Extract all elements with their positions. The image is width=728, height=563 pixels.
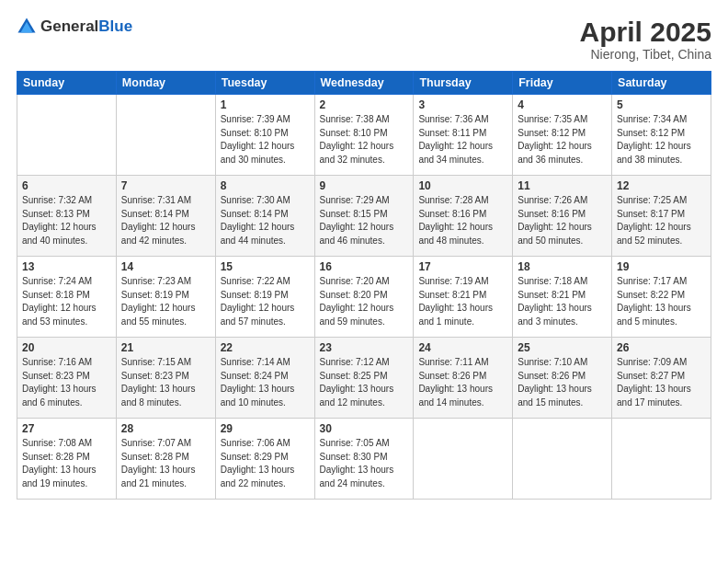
day-number: 2 (320, 98, 409, 111)
day-info: Sunrise: 7:22 AM Sunset: 8:19 PM Dayligh… (221, 275, 310, 328)
week-row-0: 1Sunrise: 7:39 AM Sunset: 8:10 PM Daylig… (17, 95, 711, 176)
day-cell-27: 27Sunrise: 7:08 AM Sunset: 8:28 PM Dayli… (17, 419, 117, 500)
day-number: 25 (518, 341, 607, 354)
day-header-friday: Friday (513, 72, 612, 95)
day-info: Sunrise: 7:29 AM Sunset: 8:15 PM Dayligh… (320, 194, 409, 247)
day-info: Sunrise: 7:20 AM Sunset: 8:20 PM Dayligh… (320, 275, 409, 328)
day-cell-4: 4Sunrise: 7:35 AM Sunset: 8:12 PM Daylig… (513, 95, 612, 176)
day-number: 29 (221, 422, 310, 435)
day-info: Sunrise: 7:19 AM Sunset: 8:21 PM Dayligh… (418, 275, 507, 328)
day-number: 15 (221, 260, 310, 273)
day-cell-30: 30Sunrise: 7:05 AM Sunset: 8:30 PM Dayli… (314, 419, 414, 500)
logo: GeneralBlue (17, 17, 132, 37)
day-number: 4 (518, 98, 607, 111)
header: GeneralBlue April 2025 Nierong, Tibet, C… (17, 17, 711, 62)
day-number: 27 (22, 422, 111, 435)
logo-blue: Blue (98, 17, 132, 35)
empty-cell (17, 95, 117, 176)
day-number: 22 (221, 341, 310, 354)
day-info: Sunrise: 7:05 AM Sunset: 8:30 PM Dayligh… (320, 437, 409, 490)
day-cell-29: 29Sunrise: 7:06 AM Sunset: 8:29 PM Dayli… (215, 419, 314, 500)
day-cell-2: 2Sunrise: 7:38 AM Sunset: 8:10 PM Daylig… (314, 95, 414, 176)
day-info: Sunrise: 7:30 AM Sunset: 8:14 PM Dayligh… (221, 194, 310, 247)
title-block: April 2025 Nierong, Tibet, China (580, 17, 711, 62)
day-cell-3: 3Sunrise: 7:36 AM Sunset: 8:11 PM Daylig… (414, 95, 513, 176)
day-info: Sunrise: 7:24 AM Sunset: 8:18 PM Dayligh… (22, 275, 111, 328)
day-cell-6: 6Sunrise: 7:32 AM Sunset: 8:13 PM Daylig… (17, 176, 117, 257)
day-info: Sunrise: 7:09 AM Sunset: 8:27 PM Dayligh… (617, 356, 706, 409)
day-cell-5: 5Sunrise: 7:34 AM Sunset: 8:12 PM Daylig… (612, 95, 711, 176)
day-info: Sunrise: 7:35 AM Sunset: 8:12 PM Dayligh… (518, 113, 607, 167)
day-cell-16: 16Sunrise: 7:20 AM Sunset: 8:20 PM Dayli… (314, 257, 414, 338)
empty-cell (116, 95, 215, 176)
day-info: Sunrise: 7:31 AM Sunset: 8:14 PM Dayligh… (121, 194, 210, 247)
day-cell-17: 17Sunrise: 7:19 AM Sunset: 8:21 PM Dayli… (414, 257, 513, 338)
day-number: 6 (22, 179, 111, 192)
empty-cell (513, 419, 612, 500)
day-header-sunday: Sunday (17, 72, 117, 95)
day-cell-25: 25Sunrise: 7:10 AM Sunset: 8:26 PM Dayli… (513, 338, 612, 419)
day-number: 3 (418, 98, 507, 111)
day-info: Sunrise: 7:08 AM Sunset: 8:28 PM Dayligh… (22, 437, 111, 490)
location: Nierong, Tibet, China (580, 47, 711, 62)
day-cell-11: 11Sunrise: 7:26 AM Sunset: 8:16 PM Dayli… (513, 176, 612, 257)
week-row-3: 20Sunrise: 7:16 AM Sunset: 8:23 PM Dayli… (17, 338, 711, 419)
day-cell-19: 19Sunrise: 7:17 AM Sunset: 8:22 PM Dayli… (612, 257, 711, 338)
day-info: Sunrise: 7:18 AM Sunset: 8:21 PM Dayligh… (518, 275, 607, 328)
day-number: 28 (121, 422, 210, 435)
day-number: 30 (320, 422, 409, 435)
day-number: 11 (518, 179, 607, 192)
logo-general: General (40, 17, 98, 35)
day-info: Sunrise: 7:12 AM Sunset: 8:25 PM Dayligh… (320, 356, 409, 409)
calendar-table: SundayMondayTuesdayWednesdayThursdayFrid… (17, 71, 711, 500)
day-headers-row: SundayMondayTuesdayWednesdayThursdayFrid… (17, 72, 711, 95)
month-year: April 2025 (580, 17, 711, 47)
day-cell-22: 22Sunrise: 7:14 AM Sunset: 8:24 PM Dayli… (215, 338, 314, 419)
day-number: 20 (22, 341, 111, 354)
day-info: Sunrise: 7:25 AM Sunset: 8:17 PM Dayligh… (617, 194, 706, 247)
day-cell-10: 10Sunrise: 7:28 AM Sunset: 8:16 PM Dayli… (414, 176, 513, 257)
day-info: Sunrise: 7:07 AM Sunset: 8:28 PM Dayligh… (121, 437, 210, 490)
day-header-tuesday: Tuesday (215, 72, 314, 95)
week-row-4: 27Sunrise: 7:08 AM Sunset: 8:28 PM Dayli… (17, 419, 711, 500)
day-cell-9: 9Sunrise: 7:29 AM Sunset: 8:15 PM Daylig… (314, 176, 414, 257)
day-info: Sunrise: 7:17 AM Sunset: 8:22 PM Dayligh… (617, 275, 706, 328)
day-number: 10 (418, 179, 507, 192)
day-info: Sunrise: 7:36 AM Sunset: 8:11 PM Dayligh… (418, 113, 507, 167)
empty-cell (612, 419, 711, 500)
day-number: 5 (617, 98, 706, 111)
empty-cell (414, 419, 513, 500)
logo-icon (17, 17, 37, 37)
day-number: 26 (617, 341, 706, 354)
day-cell-28: 28Sunrise: 7:07 AM Sunset: 8:28 PM Dayli… (116, 419, 215, 500)
day-cell-23: 23Sunrise: 7:12 AM Sunset: 8:25 PM Dayli… (314, 338, 414, 419)
day-number: 23 (320, 341, 409, 354)
day-number: 17 (418, 260, 507, 273)
logo-text: GeneralBlue (40, 17, 132, 36)
day-number: 14 (121, 260, 210, 273)
week-row-2: 13Sunrise: 7:24 AM Sunset: 8:18 PM Dayli… (17, 257, 711, 338)
day-number: 19 (617, 260, 706, 273)
day-cell-24: 24Sunrise: 7:11 AM Sunset: 8:26 PM Dayli… (414, 338, 513, 419)
day-number: 12 (617, 179, 706, 192)
day-info: Sunrise: 7:39 AM Sunset: 8:10 PM Dayligh… (221, 113, 310, 167)
day-number: 13 (22, 260, 111, 273)
day-cell-14: 14Sunrise: 7:23 AM Sunset: 8:19 PM Dayli… (116, 257, 215, 338)
day-number: 21 (121, 341, 210, 354)
day-number: 7 (121, 179, 210, 192)
day-cell-21: 21Sunrise: 7:15 AM Sunset: 8:23 PM Dayli… (116, 338, 215, 419)
day-cell-15: 15Sunrise: 7:22 AM Sunset: 8:19 PM Dayli… (215, 257, 314, 338)
day-cell-20: 20Sunrise: 7:16 AM Sunset: 8:23 PM Dayli… (17, 338, 117, 419)
day-cell-18: 18Sunrise: 7:18 AM Sunset: 8:21 PM Dayli… (513, 257, 612, 338)
day-header-wednesday: Wednesday (314, 72, 414, 95)
day-info: Sunrise: 7:11 AM Sunset: 8:26 PM Dayligh… (418, 356, 507, 409)
day-info: Sunrise: 7:14 AM Sunset: 8:24 PM Dayligh… (221, 356, 310, 409)
day-number: 24 (418, 341, 507, 354)
day-cell-13: 13Sunrise: 7:24 AM Sunset: 8:18 PM Dayli… (17, 257, 117, 338)
day-info: Sunrise: 7:34 AM Sunset: 8:12 PM Dayligh… (617, 113, 706, 167)
day-cell-1: 1Sunrise: 7:39 AM Sunset: 8:10 PM Daylig… (215, 95, 314, 176)
day-cell-8: 8Sunrise: 7:30 AM Sunset: 8:14 PM Daylig… (215, 176, 314, 257)
day-info: Sunrise: 7:16 AM Sunset: 8:23 PM Dayligh… (22, 356, 111, 409)
day-info: Sunrise: 7:10 AM Sunset: 8:26 PM Dayligh… (518, 356, 607, 409)
day-info: Sunrise: 7:06 AM Sunset: 8:29 PM Dayligh… (221, 437, 310, 490)
